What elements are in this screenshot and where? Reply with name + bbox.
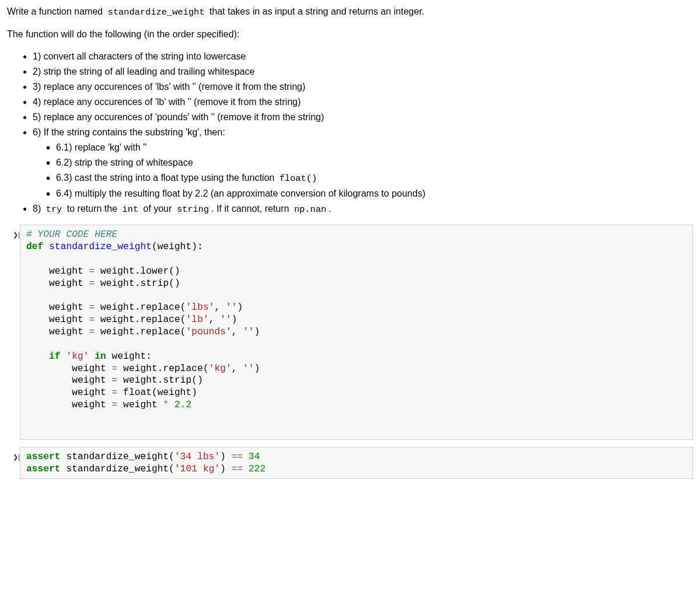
step-8: 8) try to return the int of your string.… [33, 202, 693, 216]
instruction-p1: Write a function named standardize_weigh… [7, 5, 693, 19]
step-5: 5) replace any occurences of 'pounds' wi… [33, 110, 693, 124]
instruction-p2: The function will do the following (in t… [7, 27, 693, 41]
step-6-3: 6.3) cast the string into a float type u… [56, 171, 693, 186]
step-2: 2) strip the string of all leading and t… [33, 65, 693, 79]
substeps-list: 6.1) replace 'kg' with '' 6.2) strip the… [33, 141, 693, 201]
steps-list: 1) convert all characters of the string … [7, 50, 693, 216]
code-string: string [174, 204, 211, 215]
text: Write a function named [7, 6, 106, 16]
text: . If it cannot, return [211, 204, 292, 214]
code-standardize-weight: standardize_weight [106, 6, 207, 18]
run-prompt-icon[interactable] [7, 225, 20, 440]
code-cell-1[interactable]: # YOUR CODE HERE def standardize_weight(… [7, 225, 693, 440]
code-input-1[interactable]: # YOUR CODE HERE def standardize_weight(… [20, 225, 693, 440]
text: that takes in as input a string and retu… [207, 6, 425, 16]
step-6-2: 6.2) strip the string of whitespace [56, 156, 693, 170]
text: . [328, 204, 331, 214]
code-int: int [120, 204, 141, 215]
step-1: 1) convert all characters of the string … [33, 50, 693, 64]
code-cell-2[interactable]: assert standardize_weight('34 lbs') == 3… [7, 447, 693, 480]
step-6-1: 6.1) replace 'kg' with '' [56, 141, 693, 155]
code-npnan: np.nan [292, 204, 328, 215]
step-6-4: 6.4) multiply the resulting float by 2.2… [56, 187, 693, 201]
text: 8) [33, 204, 44, 214]
markdown-cell-instructions: Write a function named standardize_weigh… [7, 5, 693, 216]
step-6-text: 6) If the string contains the substring … [33, 127, 225, 137]
code-try: try [44, 204, 65, 215]
step-4: 4) replace any occurences of 'lb' with '… [33, 95, 693, 109]
run-prompt-icon[interactable] [7, 447, 20, 480]
code-input-2[interactable]: assert standardize_weight('34 lbs') == 3… [20, 447, 693, 480]
text: of your [141, 204, 174, 214]
text: 6.3) cast the string into a float type u… [56, 173, 277, 183]
text: to return the [64, 204, 120, 214]
step-6: 6) If the string contains the substring … [33, 125, 693, 201]
code-float: float() [277, 173, 320, 184]
step-3: 3) replace any occurences of 'lbs' with … [33, 80, 693, 94]
